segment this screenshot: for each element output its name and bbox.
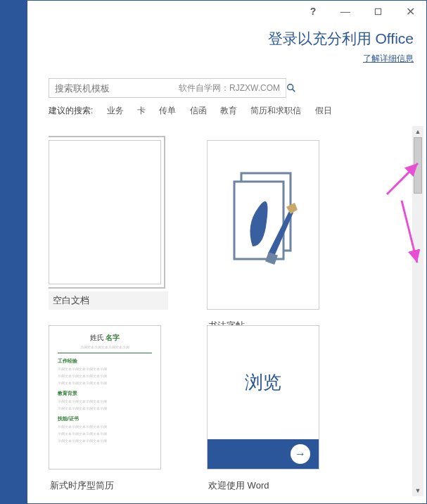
search-box[interactable]: 软件自学网：RJZXW.COM (49, 78, 286, 98)
scroll-track[interactable] (412, 137, 423, 485)
header-title: 登录以充分利用 Office (268, 29, 414, 49)
template-gallery: 空白文档 书法字帖 姓氏 (49, 126, 412, 496)
suggestion-link[interactable]: 简历和求职信 (250, 106, 301, 115)
svg-point-1 (288, 84, 293, 90)
search-icon (286, 83, 296, 93)
svg-line-2 (293, 89, 295, 92)
template-label: 空白文档 (49, 291, 168, 310)
search-watermark: 软件自学网：RJZXW.COM (179, 82, 286, 94)
suggestion-link[interactable]: 业务 (107, 106, 124, 115)
restore-button[interactable] (362, 1, 394, 22)
scroll-up-button[interactable]: ▲ (412, 126, 423, 137)
browse-title: 浏览 (208, 326, 319, 439)
header: 登录以充分利用 Office 了解详细信息 (268, 29, 414, 65)
scroll-thumb[interactable] (414, 137, 422, 194)
template-blank[interactable]: 空白文档 (49, 140, 179, 310)
help-button[interactable]: ? (297, 1, 329, 22)
suggestion-link[interactable]: 信函 (190, 106, 207, 115)
template-thumb-resume: 姓氏 名字 示例文本示例文本示例文本示例 工作经验 示例文本示例文本示例文本示例… (49, 325, 161, 470)
scroll-down-button[interactable]: ▼ (412, 485, 423, 496)
calligraphy-icon (224, 169, 302, 282)
template-welcome-word[interactable]: 浏览 → 欢迎使用 Word (207, 325, 337, 495)
vertical-scrollbar[interactable]: ▲ ▼ (412, 126, 423, 496)
template-thumb-calligraphy (207, 140, 319, 310)
learn-more-link[interactable]: 了解详细信息 (363, 53, 414, 65)
search-input[interactable] (49, 83, 179, 94)
nav-sidebar (1, 1, 27, 503)
restore-icon (374, 8, 382, 15)
suggested-searches: 建议的搜索: 业务 卡 传单 信函 教育 简历和求职信 假日 (49, 105, 338, 117)
minimize-button[interactable]: — (329, 1, 362, 22)
window-titlebar: ? — ✕ (297, 1, 426, 22)
search-button[interactable] (286, 79, 296, 97)
suggestion-link[interactable]: 卡 (137, 106, 146, 115)
suggestion-link[interactable]: 教育 (220, 106, 237, 115)
template-calligraphy[interactable]: 书法字帖 (207, 140, 337, 310)
suggestion-link[interactable]: 传单 (159, 106, 176, 115)
arrow-right-icon: → (291, 444, 310, 464)
template-thumb-blank (49, 140, 161, 284)
app-window: ? — ✕ 登录以充分利用 Office 了解详细信息 软件自学网：RJZXW.… (0, 0, 427, 504)
template-resume[interactable]: 姓氏 名字 示例文本示例文本示例文本示例 工作经验 示例文本示例文本示例文本示例… (49, 325, 179, 495)
suggested-label: 建议的搜索: (49, 106, 93, 115)
suggestion-link[interactable]: 假日 (315, 106, 332, 115)
template-thumb-welcome: 浏览 → (207, 325, 319, 470)
template-label: 欢迎使用 Word (207, 477, 326, 495)
close-button[interactable]: ✕ (394, 1, 426, 22)
svg-rect-0 (375, 8, 381, 14)
template-label: 新式时序型简历 (49, 477, 168, 495)
